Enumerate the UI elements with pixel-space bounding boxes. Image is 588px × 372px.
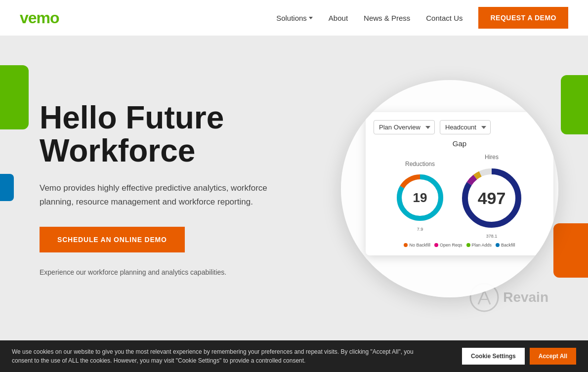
main-nav: Solutions About News & Press Contact Us … xyxy=(276,7,568,29)
headcount-select[interactable]: Headcount xyxy=(440,120,491,134)
nav-contact[interactable]: Contact Us xyxy=(426,14,462,22)
chart-legend: No Backfill Open Reqs Plan Adds Backfill xyxy=(374,243,546,248)
hero-visual: Plan Overview Headcount Gap Reductions xyxy=(341,80,558,297)
legend-no-backfill: No Backfill xyxy=(404,243,430,248)
legend-plan-adds: Plan Adds xyxy=(466,243,492,248)
nav-about[interactable]: About xyxy=(329,14,348,22)
request-demo-button[interactable]: REQUEST A DEMO xyxy=(478,7,568,29)
plan-overview-select[interactable]: Plan Overview xyxy=(374,120,435,134)
dashboard-charts: Reductions 19 xyxy=(374,154,546,239)
legend-dot-backfill xyxy=(496,243,500,247)
logo: vemo xyxy=(20,9,59,27)
chevron-down-icon xyxy=(309,17,313,19)
legend-dot-open-reqs xyxy=(434,243,438,247)
reductions-donut: 19 xyxy=(393,170,447,225)
logo-text: vemo xyxy=(20,9,59,27)
legend-open-reqs: Open Reqs xyxy=(434,243,462,248)
magnifier-circle: Plan Overview Headcount Gap Reductions xyxy=(341,80,558,297)
deco-green-right xyxy=(561,75,588,134)
reductions-value: 19 xyxy=(413,190,427,206)
cookie-buttons: Cookie Settings Accept All xyxy=(462,348,576,365)
nav-solutions[interactable]: Solutions xyxy=(276,14,313,22)
reductions-chart: Reductions 19 xyxy=(393,161,447,232)
hero-section: Hello Future Workforce Vemo provides hig… xyxy=(0,36,588,342)
hero-content: Hello Future Workforce Vemo provides hig… xyxy=(0,101,277,276)
hero-description: Vemo provides highly effective predictiv… xyxy=(40,181,277,209)
nav-news[interactable]: News & Press xyxy=(364,14,410,22)
hero-title: Hello Future Workforce xyxy=(40,101,277,167)
header: vemo Solutions About News & Press Contac… xyxy=(0,0,588,36)
hires-annotations: 378.1 xyxy=(486,234,498,239)
deco-orange-right xyxy=(553,223,588,278)
hires-label: Hires xyxy=(485,154,499,161)
hires-chart: Hires 4 xyxy=(457,154,526,239)
legend-dot-no-backfill xyxy=(404,243,408,247)
hires-value: 497 xyxy=(478,189,506,208)
dashboard-selects: Plan Overview Headcount xyxy=(374,120,546,134)
reductions-label: Reductions xyxy=(405,161,435,167)
hero-sub-text: Experience our workforce planning and an… xyxy=(40,268,277,276)
cookie-settings-button[interactable]: Cookie Settings xyxy=(462,348,525,365)
legend-dot-plan-adds xyxy=(466,243,470,247)
hires-donut: 497 xyxy=(457,164,526,233)
gap-title: Gap xyxy=(374,139,546,148)
schedule-demo-button[interactable]: SCHEDULE AN ONLINE DEMO xyxy=(40,227,185,252)
legend-backfill: Backfill xyxy=(496,243,515,248)
cookie-banner: We use cookies on our website to give yo… xyxy=(0,340,588,372)
cookie-text: We use cookies on our website to give yo… xyxy=(12,347,417,365)
reductions-annotation: 7.9 xyxy=(417,227,423,232)
accept-all-button[interactable]: Accept All xyxy=(530,348,576,365)
dashboard-card: Plan Overview Headcount Gap Reductions xyxy=(366,112,553,255)
